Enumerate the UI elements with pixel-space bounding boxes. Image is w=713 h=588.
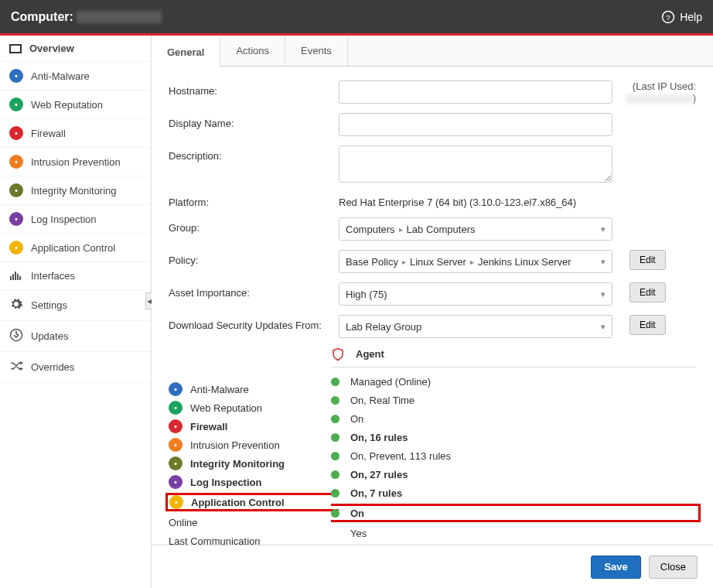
sidebar-item-label: Application Control [31, 242, 115, 254]
sidebar-item-label: Anti-Malware [31, 70, 90, 82]
module-icon: • [169, 382, 183, 396]
module-status-row-firewall: On, 16 rules [331, 428, 696, 446]
status-dot-icon [331, 452, 339, 460]
overview-icon [9, 44, 22, 53]
sidebar-item-settings[interactable]: Settings [0, 290, 151, 321]
module-name-row-intrusion-prevention: •Intrusion Prevention [169, 436, 331, 454]
displayname-input[interactable] [339, 113, 612, 136]
save-button[interactable]: Save [591, 556, 640, 579]
sidebar-item-application-control[interactable]: •Application Control [0, 234, 151, 262]
chevron-right-icon: ▸ [399, 225, 403, 234]
interfaces-icon [9, 269, 23, 282]
module-name: Firewall [190, 421, 227, 432]
module-name-column: •Anti-Malware•Web Reputation•Firewall•In… [169, 347, 331, 545]
tab-bar: GeneralActionsEvents [152, 36, 713, 67]
biohazard-icon: • [9, 69, 23, 83]
module-name-row-log-inspection: •Log Inspection [169, 473, 331, 491]
module-status-row-integrity-monitoring: On, 27 rules [331, 465, 696, 484]
sidebar-item-web-reputation[interactable]: •Web Reputation [0, 91, 151, 119]
module-name-row-anti-malware: •Anti-Malware [169, 380, 331, 398]
asset-select[interactable]: High (75) [339, 282, 612, 306]
tab-general[interactable]: General [152, 36, 220, 67]
breadcrumb-part: Computers [346, 224, 395, 235]
download-select[interactable]: Lab Relay Group [339, 315, 612, 338]
sidebar-item-label: Firewall [31, 128, 66, 139]
last-ip-label: (Last IP Used: [633, 80, 696, 92]
policy-edit-button[interactable]: Edit [629, 250, 666, 270]
module-icon: • [169, 475, 183, 489]
platform-value: Red Hat Enterprise 7 (64 bit) (3.10.0-12… [339, 192, 576, 208]
sidebar-item-label: Integrity Monitoring [31, 185, 117, 197]
lastcomm-row: January 6, 2017 14:20 [331, 542, 696, 545]
module-status: On, 7 rules [350, 487, 402, 499]
help-link[interactable]: ? Help [661, 10, 702, 24]
sidebar-item-firewall[interactable]: •Firewall [0, 119, 151, 148]
agent-header: Agent [331, 347, 696, 368]
module-status-column: Agent Managed (Online) On, Real TimeOnOn… [331, 347, 696, 545]
tab-events[interactable]: Events [285, 36, 348, 66]
hostname-label: Hostname: [169, 80, 331, 97]
sidebar-item-anti-malware[interactable]: •Anti-Malware [0, 62, 151, 91]
asset-edit-button[interactable]: Edit [629, 282, 666, 303]
online-label: Online [169, 517, 198, 528]
online-row: Yes [331, 524, 696, 542]
download-edit-button[interactable]: Edit [629, 315, 666, 335]
displayname-label: Display Name: [169, 113, 331, 129]
gear-icon [9, 297, 23, 313]
footer-bar: Save Close [152, 545, 713, 588]
close-button[interactable]: Close [649, 556, 698, 579]
policy-label: Policy: [169, 250, 331, 266]
help-icon: ? [661, 10, 675, 24]
module-icon: • [169, 419, 183, 433]
sidebar-item-updates[interactable]: Updates [0, 321, 151, 352]
module-icon: • [169, 438, 183, 452]
shuffle-icon [9, 359, 23, 375]
group-select[interactable]: Computers▸Lab Computers [339, 217, 612, 241]
window-title: Computer: [11, 10, 162, 24]
sidebar-item-label: Updates [31, 330, 68, 342]
sidebar-item-overrides[interactable]: Overrides [0, 352, 151, 383]
magnify-icon: • [9, 212, 23, 226]
sidebar-item-integrity-monitoring[interactable]: •Integrity Monitoring [0, 176, 151, 205]
module-status-row-anti-malware: On, Real Time [331, 391, 696, 409]
tab-actions[interactable]: Actions [220, 36, 285, 66]
svg-rect-5 [17, 274, 19, 280]
sidebar-item-log-inspection[interactable]: •Log Inspection [0, 205, 151, 234]
module-status: On, Real Time [350, 395, 414, 406]
sidebar-item-overview[interactable]: Overview [0, 36, 151, 62]
sidebar-item-label: Web Reputation [31, 99, 103, 111]
module-status-row-web-reputation: On [331, 409, 696, 428]
module-name: Anti-Malware [190, 384, 249, 395]
svg-rect-6 [19, 276, 21, 280]
module-name: Application Control [191, 497, 285, 508]
title-hostname-redacted [77, 11, 162, 23]
module-name: Intrusion Prevention [190, 439, 280, 451]
module-status-row-application-control: On [331, 504, 701, 522]
breadcrumb-part: Linux Server [410, 256, 466, 268]
online-value: Yes [350, 528, 367, 539]
download-label: Download Security Updates From: [169, 315, 331, 331]
sidebar: Overview•Anti-Malware•Web Reputation•Fir… [0, 36, 152, 588]
sidebar-item-interfaces[interactable]: Interfaces [0, 262, 151, 290]
description-textarea[interactable] [339, 145, 612, 183]
svg-rect-2 [10, 276, 12, 280]
check-ring-icon: • [9, 97, 23, 111]
chevron-right-icon: ▸ [402, 258, 406, 266]
module-status: On, 16 rules [350, 432, 408, 443]
sidebar-item-label: Interfaces [31, 270, 75, 282]
module-status-row-intrusion-prevention: On, Prevent, 113 rules [331, 446, 696, 465]
hostname-input[interactable] [339, 80, 612, 104]
status-dot-icon [331, 378, 339, 386]
sidebar-item-intrusion-prevention[interactable]: •Intrusion Prevention [0, 148, 151, 176]
policy-select[interactable]: Base Policy▸Linux Server▸Jenkins Linux S… [339, 250, 612, 273]
asset-value: High (75) [346, 289, 387, 300]
header-bar: Computer: ? Help [0, 0, 713, 33]
sidebar-item-label: Overrides [31, 361, 74, 373]
sidebar-collapse-handle[interactable]: ◀ [145, 292, 152, 309]
module-name: Log Inspection [190, 477, 261, 488]
shield-icon [331, 347, 345, 361]
asset-label: Asset Importance: [169, 282, 331, 299]
module-status-row-log-inspection: On, 7 rules [331, 484, 696, 502]
module-status: On, Prevent, 113 rules [350, 450, 451, 462]
status-dot-icon [331, 433, 339, 442]
